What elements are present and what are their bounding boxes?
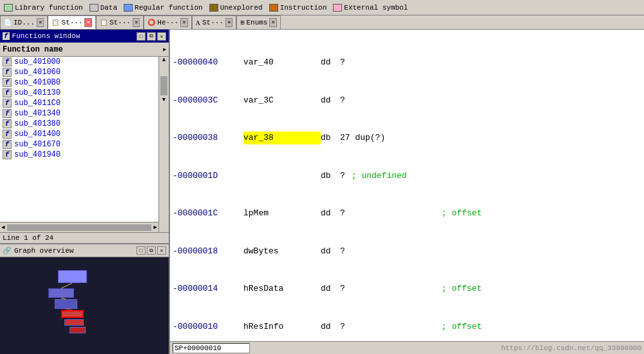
list-item[interactable]: f sub_401400 bbox=[0, 129, 158, 139]
list-item[interactable]: f sub_401130 bbox=[0, 88, 158, 98]
func-f-icon: f bbox=[3, 119, 12, 128]
tab-st1[interactable]: 📋 St··· ✕ bbox=[48, 15, 95, 29]
functions-items: f sub_401000 f sub_401060 f sub_4010B0 bbox=[0, 57, 158, 232]
code-var: var_3C bbox=[243, 94, 321, 107]
tab-id[interactable]: 📄 ID... ✕ bbox=[0, 15, 48, 29]
hscroll-right[interactable]: ▶ bbox=[153, 224, 158, 231]
legend-regular-label: Regular function bbox=[135, 4, 203, 12]
func-name: sub_4010B0 bbox=[14, 78, 61, 87]
tab-bar: 📄 ID... ✕ 📋 St··· ✕ 📋 St··· ✕ ⭕ He··· ✕ … bbox=[0, 15, 644, 30]
list-item[interactable]: f sub_401060 bbox=[0, 67, 158, 77]
func-f-icon: f bbox=[3, 68, 12, 77]
list-item[interactable]: f sub_401380 bbox=[0, 119, 158, 129]
functions-hscroll[interactable]: ◀ ▶ bbox=[0, 222, 158, 232]
titlebar-left: f Functions window bbox=[3, 32, 80, 40]
code-offset: -00000014 bbox=[173, 282, 243, 295]
status-bar: https://blog.csdn.net/qq_33808000 bbox=[170, 341, 644, 354]
vscroll-up[interactable]: ▲ bbox=[159, 57, 169, 63]
func-name: sub_401130 bbox=[14, 88, 61, 97]
code-val: ? bbox=[340, 207, 345, 220]
vscroll-thumb[interactable] bbox=[160, 76, 167, 95]
tab-st2[interactable]: 📋 St··· ✕ bbox=[96, 15, 144, 29]
tab-st3[interactable]: A St··· ✕ bbox=[192, 15, 237, 29]
functions-close-btn[interactable]: ✕ bbox=[157, 32, 166, 41]
tab-st3-icon: A bbox=[196, 19, 200, 26]
list-item[interactable]: f sub_401940 bbox=[0, 150, 158, 160]
legend-regular: Regular function bbox=[124, 4, 203, 12]
code-var: hResInfo bbox=[243, 320, 321, 333]
functions-col-name: Function name bbox=[3, 45, 63, 54]
code-area: -00000040 var_40 dd ? -0000003C var_3C d… bbox=[170, 30, 644, 341]
legend-data: Data bbox=[90, 4, 117, 12]
code-offset: -00000040 bbox=[173, 56, 243, 69]
tab-enums[interactable]: ⊞ Enums ✕ bbox=[236, 15, 280, 29]
code-val: ? bbox=[340, 245, 345, 258]
func-f-icon: f bbox=[3, 130, 12, 139]
code-offset: -0000001D bbox=[173, 170, 243, 182]
code-line: -0000003C var_3C dd ? bbox=[173, 94, 641, 107]
code-type: dd bbox=[321, 245, 340, 258]
code-comment: ; offset bbox=[442, 207, 482, 220]
tab-st2-icon: 📋 bbox=[100, 19, 108, 26]
hscroll-thumb[interactable] bbox=[7, 224, 151, 231]
scroll-right-arrow[interactable]: ▶ bbox=[163, 46, 166, 52]
legend-instruction-label: Instruction bbox=[280, 4, 327, 12]
list-item[interactable]: f sub_4010B0 bbox=[0, 77, 158, 88]
code-line: -00000014 hResData dd ? ; offset bbox=[173, 282, 641, 295]
code-offset: -00000010 bbox=[173, 320, 243, 333]
legend-instruction: Instruction bbox=[269, 4, 327, 12]
func-name: sub_401670 bbox=[14, 140, 61, 149]
graph-restore-btn[interactable]: □ bbox=[137, 246, 146, 255]
func-f-icon: f bbox=[3, 150, 12, 159]
func-f-icon: f bbox=[3, 57, 12, 66]
functions-float-btn[interactable]: ⧉ bbox=[147, 32, 156, 41]
functions-header: Function name ▶ bbox=[0, 43, 169, 57]
code-val: ? bbox=[340, 282, 345, 295]
func-name: sub_401380 bbox=[14, 119, 61, 128]
functions-list[interactable]: f sub_401000 f sub_401060 f sub_4010B0 bbox=[0, 57, 169, 232]
legend-library: Library function bbox=[4, 4, 83, 12]
tab-enums-close[interactable]: ✕ bbox=[269, 18, 276, 27]
func-name: sub_401400 bbox=[14, 130, 61, 139]
functions-line-info: Line 1 of 24 bbox=[3, 234, 53, 242]
list-item[interactable]: f sub_401670 bbox=[0, 139, 158, 150]
legend-bar: Library function Data Regular function U… bbox=[0, 0, 644, 15]
func-f-icon: f bbox=[3, 78, 12, 87]
legend-regular-color bbox=[124, 4, 133, 12]
functions-vscroll[interactable]: ▲ ▼ bbox=[158, 57, 169, 232]
list-item[interactable]: f sub_401340 bbox=[0, 108, 158, 119]
graph-float-btn[interactable]: ⧉ bbox=[147, 246, 156, 255]
graph-title-left: 🔗 Graph overview bbox=[3, 246, 73, 255]
tab-st3-close[interactable]: ✕ bbox=[225, 18, 232, 27]
functions-restore-btn[interactable]: □ bbox=[137, 32, 146, 41]
svg-line-2 bbox=[66, 309, 72, 310]
graph-close-btn[interactable]: ✕ bbox=[157, 246, 166, 255]
titlebar-controls: □ ⧉ ✕ bbox=[137, 32, 166, 41]
list-item[interactable]: f sub_4011C0 bbox=[0, 98, 158, 108]
status-input[interactable] bbox=[173, 343, 250, 353]
legend-instruction-color bbox=[269, 4, 278, 12]
func-f-icon: f bbox=[3, 140, 12, 149]
code-val: ? bbox=[340, 320, 345, 333]
vscroll-down[interactable]: ▼ bbox=[159, 97, 169, 103]
tab-id-close[interactable]: ✕ bbox=[37, 18, 44, 27]
code-val: 27 dup(?) bbox=[340, 132, 385, 144]
code-line: -0000001C lpMem dd ? ; offset bbox=[173, 207, 641, 220]
tab-st2-close[interactable]: ✕ bbox=[133, 18, 140, 27]
tab-id-label: ID... bbox=[14, 19, 35, 26]
legend-unexplored: Unexplored bbox=[209, 4, 263, 12]
tab-he[interactable]: ⭕ He··· ✕ bbox=[144, 15, 191, 29]
svg-line-1 bbox=[61, 298, 66, 299]
graph-titlebar: 🔗 Graph overview □ ⧉ ✕ bbox=[0, 244, 169, 257]
list-item[interactable]: f sub_401000 bbox=[0, 57, 158, 67]
legend-data-color bbox=[90, 4, 99, 12]
tab-st1-close[interactable]: ✕ bbox=[84, 18, 91, 27]
tab-he-close[interactable]: ✕ bbox=[180, 18, 187, 27]
hscroll-left[interactable]: ◀ bbox=[0, 224, 6, 231]
func-name: sub_401060 bbox=[14, 68, 61, 77]
legend-external: External symbol bbox=[333, 4, 408, 12]
code-comment: ; undefined bbox=[352, 170, 407, 182]
legend-unexplored-color bbox=[209, 4, 218, 12]
code-type: dd bbox=[321, 320, 340, 333]
legend-library-color bbox=[4, 4, 13, 12]
